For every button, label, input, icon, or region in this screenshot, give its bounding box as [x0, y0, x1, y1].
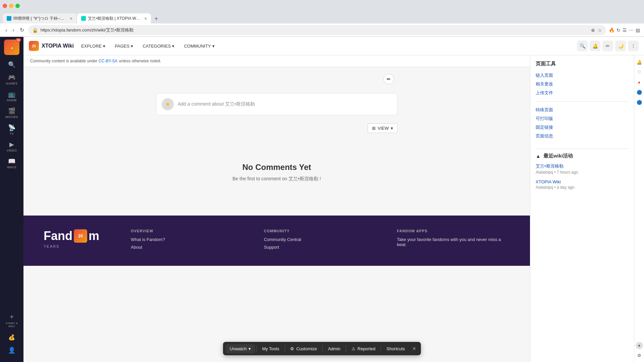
re-icon-2[interactable]: ●: [635, 78, 643, 86]
activity-item-0-title[interactable]: 艾兰•斯涅格勒: [536, 163, 629, 169]
start-wiki-button[interactable]: ＋ START A WIKI: [2, 310, 21, 330]
sidebar-item-movies[interactable]: 🎬 MOVIES: [2, 105, 21, 121]
games-label: GAMES: [6, 82, 17, 85]
view-chevron: ▾: [391, 126, 393, 131]
footer-inner: Fand 20 m YEARS OVERVIEW What is Fandom?…: [44, 229, 510, 252]
sidebar-item-video[interactable]: ▶ VIDEO: [2, 139, 21, 154]
reader-icon[interactable]: ☰: [623, 27, 627, 33]
footer-fandom-logo: Fand 20 m: [44, 229, 111, 243]
search-action-button[interactable]: 🔍: [577, 41, 588, 51]
pencil-edit-button[interactable]: ✏: [383, 74, 394, 84]
rs-link-1[interactable]: 相关更改: [536, 80, 629, 88]
address-bar: ‹ › ↻ 🔒 https://xtopia.fandom.com/zh/wik…: [0, 23, 644, 37]
wiki-activity-title: ▲ 最近wiki活动: [536, 153, 629, 159]
footer-support-link[interactable]: Support: [264, 245, 377, 250]
more-icon[interactable]: ⋯: [629, 27, 634, 33]
activity-item-1-title[interactable]: XTOPIA Wiki: [536, 179, 629, 184]
shortcuts-button[interactable]: Shortcuts: [382, 344, 409, 353]
re-icon-4[interactable]: 🔵: [635, 98, 643, 106]
shortcuts-label: Shortcuts: [386, 346, 405, 351]
fandom-logo[interactable]: 🔥 20: [4, 40, 19, 55]
notifications-button[interactable]: 🔔: [590, 41, 600, 51]
unwatch-button[interactable]: Unwatch ▾: [226, 344, 255, 353]
subtitle-suffix: !: [320, 176, 321, 181]
no-comments-subtitle: Be the first to comment on 艾兰•斯涅格勒 !: [163, 176, 391, 182]
sidebar-item-games[interactable]: 🎮 GAMES: [2, 72, 21, 87]
comment-box[interactable]: ★ Add a comment about 艾兰•斯涅格勒: [156, 93, 397, 115]
collapse-icon[interactable]: ▲: [536, 153, 541, 159]
minimize-window-button[interactable]: [9, 4, 13, 8]
sidebar-start-wiki: ＋ START A WIKI 💰 👤: [2, 310, 21, 359]
fandom-badge: 20: [16, 38, 21, 42]
tab-fandom[interactable]: 艾兰•斯涅格勒 | XTOPIA Wiki | Fa... ✕: [77, 13, 151, 23]
right-edge: 🔔 ♡ ● 🔵 🔵 + ⚙: [634, 55, 644, 362]
customize-button[interactable]: ⚙ Customize: [286, 344, 321, 353]
tab-bili-close[interactable]: ✕: [70, 17, 72, 20]
back-button[interactable]: ‹: [4, 26, 8, 35]
plus-icon: ＋: [8, 312, 15, 321]
sidebar-user-coins[interactable]: 💰: [2, 332, 21, 343]
rs-link-0[interactable]: 链入页面: [536, 71, 629, 80]
license-link[interactable]: CC-BY-SA: [99, 59, 117, 63]
community-nav[interactable]: COMMUNITY ▾: [182, 42, 216, 50]
fandom-icon: 🔍: [8, 61, 15, 68]
admin-label: Admin: [328, 346, 340, 351]
activity-item-1-dot: •: [554, 185, 557, 190]
url-bar[interactable]: 🔒 https://xtopia.fandom.com/zh/wiki/艾兰•斯…: [28, 25, 606, 35]
rs-link-6[interactable]: 页面信息: [536, 132, 629, 140]
categories-chevron: ▾: [172, 44, 174, 49]
right-sidebar: 页面工具 链入页面 相关更改 上传文件 特殊页面 可打印版 固定链接 页面信息 …: [530, 55, 634, 362]
sidebar-item-wikis[interactable]: 📖 WIKIS: [2, 156, 21, 171]
forward-button[interactable]: ›: [11, 26, 15, 35]
comment-avatar: ★: [162, 98, 174, 110]
view-bar: ⊞ VIEW ▾: [156, 121, 397, 136]
edit-button[interactable]: ✏: [602, 41, 613, 51]
sidebar-item-fandom[interactable]: 🔍: [2, 59, 21, 70]
tab-fandom-title: 艾兰•斯涅格勒 | XTOPIA Wiki | Fa...: [88, 16, 141, 21]
view-button[interactable]: ⊞ VIEW ▾: [368, 123, 397, 133]
sidebar-user-profile[interactable]: 👤: [2, 345, 21, 356]
refresh-icon[interactable]: ↻: [616, 27, 621, 33]
footer-community-central-link[interactable]: Community Central: [264, 237, 377, 242]
admin-button[interactable]: Admin: [324, 344, 344, 353]
footer-what-is-fandom-link[interactable]: What is Fandom?: [131, 237, 244, 242]
close-window-button[interactable]: [3, 4, 7, 8]
re-icon-3[interactable]: 🔵: [635, 88, 643, 96]
sidebar-item-anime[interactable]: 📺 ANIME: [2, 88, 21, 104]
rs-link-4[interactable]: 可打印版: [536, 114, 629, 123]
sidebar-item-tv[interactable]: 📡 TV: [2, 122, 21, 137]
theme-button[interactable]: 🌙: [615, 41, 626, 51]
translate-icon[interactable]: ⊕: [591, 27, 595, 33]
grid-icon: ⊞: [372, 126, 376, 131]
footer-about-link[interactable]: About: [131, 245, 244, 250]
tab-fandom-close[interactable]: ✕: [144, 17, 147, 20]
settings-re-icon[interactable]: ⚙: [635, 351, 643, 359]
browser-chrome: 哔哩哔哩 ( °∀°)つロ 干杯--bili... ✕ 艾兰•斯涅格勒 | XT…: [0, 0, 644, 37]
explore-nav[interactable]: EXPLORE ▾: [79, 42, 107, 50]
bili-favicon: [7, 16, 11, 21]
window-controls: [3, 4, 20, 8]
re-icon-1[interactable]: ♡: [635, 68, 643, 76]
my-tools-button[interactable]: My Tools: [258, 344, 283, 353]
address-icons: 🔥 ↻ ☰ ⋯ ▤: [609, 27, 640, 33]
pages-label: PAGES: [115, 44, 129, 49]
sidebar-toggle-icon[interactable]: ▤: [636, 27, 640, 33]
re-icon-0[interactable]: 🔔: [635, 58, 643, 66]
maximize-window-button[interactable]: [15, 4, 20, 8]
reported-button[interactable]: ⚠ Reported: [347, 344, 379, 353]
pages-nav[interactable]: PAGES ▾: [113, 42, 135, 50]
re-add-button[interactable]: +: [636, 342, 643, 349]
activity-item-0-time: 7 hours ago: [557, 170, 578, 175]
more-options-button[interactable]: ⋮: [628, 41, 639, 51]
star-icon[interactable]: ☆: [598, 27, 602, 33]
reload-button[interactable]: ↻: [18, 25, 25, 35]
tab-bili[interactable]: 哔哩哔哩 ( °∀°)つロ 干杯--bili... ✕: [3, 13, 76, 23]
new-tab-button[interactable]: +: [152, 14, 161, 23]
rs-link-3[interactable]: 特殊页面: [536, 106, 629, 114]
rs-link-2[interactable]: 上传文件: [536, 88, 629, 97]
toolbar-close-button[interactable]: ✕: [410, 344, 418, 353]
fandom-ext-icon[interactable]: 🔥: [609, 27, 614, 33]
rs-link-5[interactable]: 固定链接: [536, 123, 629, 132]
categories-label: CATEGORIES: [143, 44, 171, 49]
categories-nav[interactable]: CATEGORIES ▾: [141, 42, 176, 50]
